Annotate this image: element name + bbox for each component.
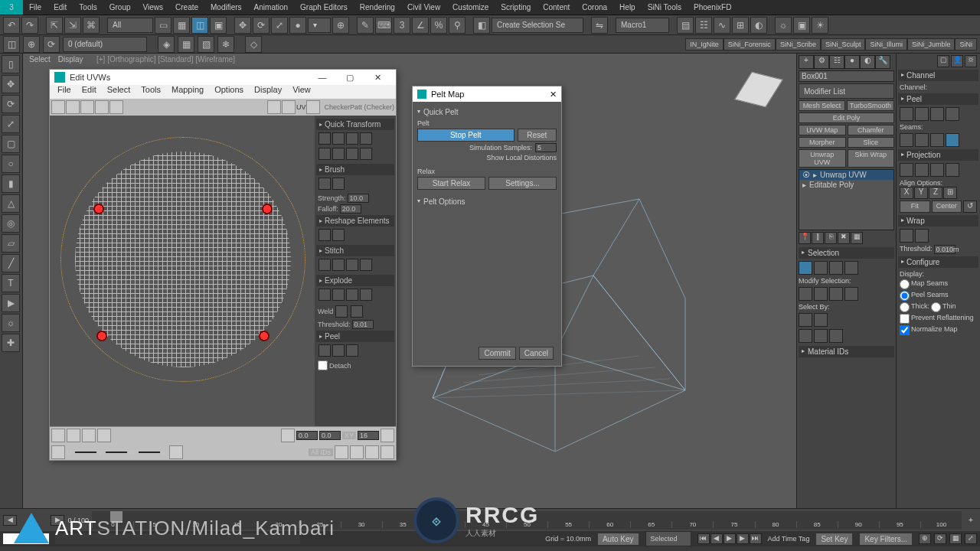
rotate-button[interactable]: ⟳ — [253, 17, 270, 34]
selby-icon[interactable] — [814, 313, 828, 327]
wrap-icon[interactable] — [915, 229, 929, 243]
peel-seams-radio[interactable] — [900, 291, 910, 301]
menu-corona[interactable]: Corona — [576, 0, 613, 15]
goto-start-icon[interactable]: ⏮ — [697, 533, 710, 544]
uvw-mirror-icon[interactable] — [109, 100, 123, 114]
axis-x-button[interactable]: X — [900, 187, 913, 199]
move-button[interactable]: ✥ — [234, 17, 251, 34]
uvw-fit-icon[interactable] — [365, 445, 379, 459]
face-align-icon[interactable]: ⊞ — [943, 187, 957, 199]
uvw-menu-tools[interactable]: Tools — [136, 85, 165, 99]
center-button[interactable]: Center — [932, 201, 962, 213]
uvw-grid-icon[interactable] — [267, 100, 281, 114]
mirror-button[interactable]: ⇋ — [591, 17, 608, 34]
modifier-stack[interactable]: ⦿▸Unwrap UVW ▸Editable Poly — [799, 169, 894, 230]
menu-civil-view[interactable]: Civil View — [401, 0, 446, 15]
link-button[interactable]: ⇱ — [46, 17, 63, 34]
hide-button[interactable]: ◇ — [245, 36, 262, 53]
selby-icon[interactable] — [799, 329, 812, 343]
thin-radio[interactable] — [931, 302, 941, 312]
proj-icon[interactable] — [946, 163, 959, 177]
peel-icon[interactable] — [930, 107, 944, 121]
selby-icon[interactable] — [814, 329, 828, 343]
snap-button[interactable]: 3 — [394, 17, 410, 34]
menu-graph-editors[interactable]: Graph Editors — [294, 0, 354, 15]
brush-icon[interactable] — [332, 178, 345, 190]
utilities-tab-icon[interactable]: 🔧 — [875, 55, 890, 69]
nav-icon[interactable]: ⊕ — [919, 533, 931, 544]
cylinder-tool-icon[interactable]: ▮ — [2, 174, 20, 193]
ring-icon[interactable] — [829, 287, 843, 301]
select-label[interactable]: Select — [29, 55, 51, 64]
explode-icon[interactable] — [332, 289, 345, 301]
menu-tools[interactable]: Tools — [73, 0, 103, 15]
show-local-checkbox[interactable]: Show Local Distortions — [486, 154, 557, 161]
strength-spinner[interactable]: 10.0 — [348, 194, 369, 203]
menu-create[interactable]: Create — [169, 0, 204, 15]
named-selection-button[interactable]: ◧ — [473, 17, 490, 34]
element-subobj-icon[interactable] — [844, 261, 858, 275]
peel-icon[interactable] — [915, 107, 929, 121]
isolate-button[interactable]: ◈ — [158, 36, 175, 53]
helper-tool-icon[interactable]: ✚ — [2, 334, 20, 352]
pelt-handle[interactable] — [259, 331, 270, 341]
text-tool-icon[interactable]: T — [2, 274, 20, 292]
show-end-icon[interactable]: ∥ — [812, 232, 824, 244]
panel-icon[interactable]: 👤 — [951, 55, 963, 67]
render-frame-button[interactable]: ▣ — [793, 17, 810, 34]
macro-dropdown[interactable]: Macro1 — [616, 18, 669, 33]
menu-customize[interactable]: Customize — [446, 0, 495, 15]
peel-icon[interactable] — [346, 344, 358, 357]
layer-dropdown[interactable]: 0 (default) — [63, 37, 147, 52]
play-icon[interactable]: ▶ — [724, 533, 736, 544]
pelt-titlebar[interactable]: Pelt Map ✕ — [413, 86, 561, 102]
select-tool-icon[interactable]: ▯ — [2, 55, 20, 73]
brush-header[interactable]: Brush — [316, 164, 394, 175]
torus-tool-icon[interactable]: ◎ — [2, 214, 20, 233]
peel-icon[interactable] — [332, 344, 345, 357]
sim-samples-spinner[interactable]: 5 — [535, 143, 557, 152]
uvw-lock-icon[interactable] — [169, 445, 183, 459]
edge-subobj-icon[interactable] — [814, 261, 828, 275]
uvw-menu-mapping[interactable]: Mapping — [167, 85, 208, 99]
seam-icon[interactable] — [946, 133, 959, 147]
menu-views[interactable]: Views — [137, 0, 170, 15]
uvw-rotate-icon[interactable] — [66, 100, 80, 114]
uvw-allids[interactable]: All IDs — [309, 448, 333, 456]
unlink-button[interactable]: ⇲ — [64, 17, 81, 34]
schematic-view-button[interactable]: ⊞ — [732, 17, 749, 34]
prevent-reflatten-checkbox[interactable] — [900, 314, 910, 324]
script-tab[interactable]: SiNi_Illumi — [865, 38, 907, 51]
map-seams-radio[interactable] — [900, 279, 910, 289]
peel-header[interactable]: Peel — [316, 331, 394, 342]
stop-pelt-button[interactable]: Stop Pelt — [417, 129, 514, 142]
stitch-icon[interactable] — [360, 259, 372, 271]
quick-pelt-header[interactable]: Quick Pelt — [417, 108, 557, 116]
explode-icon[interactable] — [346, 289, 358, 301]
menu-content[interactable]: Content — [537, 0, 576, 15]
key-filters-button[interactable]: Key Filters... — [859, 533, 913, 546]
selby-icon[interactable] — [829, 329, 843, 343]
uvw-xy[interactable]: XY — [342, 432, 356, 439]
uvw-map-button[interactable]: UVW Map — [799, 125, 846, 135]
uvw-checker-dd[interactable]: CheckerPatt (Checker) — [324, 103, 394, 111]
placement-button[interactable]: ● — [289, 17, 306, 34]
uvw-angle2[interactable]: 0.0 — [319, 431, 341, 440]
falloff-spinner[interactable]: 20.0 — [340, 204, 361, 214]
display-label[interactable]: Display — [58, 55, 83, 64]
menu-edit[interactable]: Edit — [47, 0, 73, 15]
prev-frame-icon[interactable]: ◀ — [710, 533, 723, 544]
quick-transform-header[interactable]: Quick Transform — [316, 119, 394, 130]
vertex-subobj-icon[interactable] — [799, 261, 812, 275]
qt-icon[interactable] — [360, 148, 372, 160]
uvw-menu-file[interactable]: File — [53, 85, 76, 99]
move-tool-icon[interactable]: ✥ — [2, 75, 20, 93]
panel-icon[interactable]: ⛭ — [965, 55, 977, 67]
group-button[interactable]: ▦ — [178, 36, 194, 53]
unwrap-button[interactable]: Unwrap UVW — [799, 149, 846, 168]
explode-header[interactable]: Explode — [316, 275, 394, 286]
skinwrap-button[interactable]: Skin Wrap — [848, 149, 895, 168]
uvw-abs-icon[interactable] — [51, 445, 65, 459]
thick-radio[interactable] — [900, 302, 910, 312]
menu-rendering[interactable]: Rendering — [354, 0, 401, 15]
